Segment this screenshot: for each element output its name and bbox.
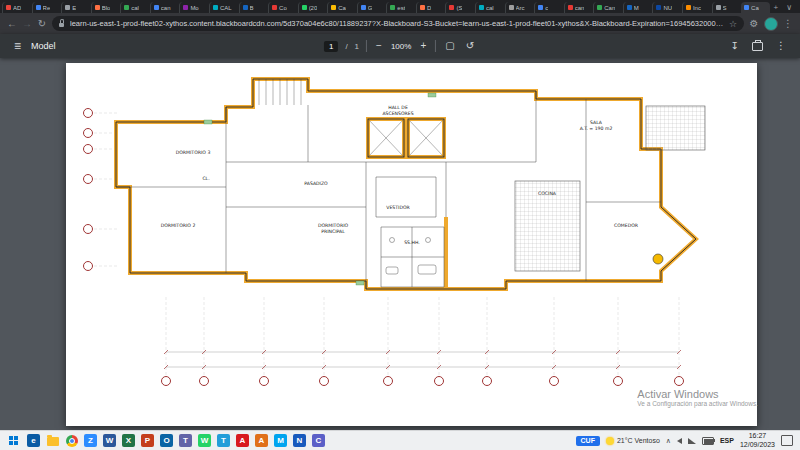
browser-tab[interactable]: G bbox=[357, 2, 387, 13]
browser-tab[interactable]: Re bbox=[32, 2, 62, 13]
browser-tab[interactable]: (20 bbox=[298, 2, 328, 13]
page-number-input[interactable]: 1 bbox=[324, 41, 338, 52]
pdf-more-icon[interactable]: ⋮ bbox=[774, 41, 788, 51]
tray-date: 12/09/2023 bbox=[740, 441, 775, 449]
weather-text: 21°C Ventoso bbox=[617, 437, 660, 444]
browser-tab[interactable]: AD bbox=[2, 2, 32, 13]
row-grid-bubble bbox=[84, 262, 93, 271]
taskbar-app-icon[interactable]: P bbox=[138, 431, 157, 450]
browser-tab[interactable]: can bbox=[150, 2, 180, 13]
browser-tab[interactable]: c bbox=[534, 2, 564, 13]
tab-label: Blo bbox=[102, 5, 111, 11]
taskbar-app-icon[interactable] bbox=[43, 431, 62, 450]
extensions-icon[interactable]: ⚙ bbox=[749, 19, 759, 29]
tab-favicon bbox=[302, 5, 307, 10]
taskbar-app-icon[interactable]: M bbox=[271, 431, 290, 450]
system-tray: CUF 21°C Ventoso ∧ ESP 16:27 12/09/2023 bbox=[576, 432, 798, 449]
app-glyph: e bbox=[27, 434, 40, 447]
taskbar-app-icon[interactable]: O bbox=[157, 431, 176, 450]
floor-plan: DORMITORIO 3CL.DORMITORIO 2PASADIZODORMI… bbox=[76, 67, 742, 407]
fit-page-button[interactable]: ▢ bbox=[443, 41, 456, 51]
browser-tab[interactable]: can bbox=[564, 2, 594, 13]
taskbar-app-icon[interactable]: C bbox=[309, 431, 328, 450]
battery-icon[interactable] bbox=[702, 437, 714, 445]
browser-tab[interactable]: Can bbox=[593, 2, 623, 13]
tiled-areas bbox=[515, 106, 705, 271]
taskbar-app-icon[interactable]: A bbox=[252, 431, 271, 450]
browser-tab[interactable]: S bbox=[712, 2, 742, 13]
zoom-out-button[interactable]: − bbox=[374, 41, 384, 51]
browser-tab[interactable]: NU bbox=[652, 2, 682, 13]
tab-favicon bbox=[390, 5, 395, 10]
divider bbox=[366, 40, 367, 52]
browser-tab[interactable]: Ca bbox=[327, 2, 357, 13]
app-glyph bbox=[66, 435, 78, 447]
profile-avatar[interactable] bbox=[764, 17, 778, 31]
sidebar-toggle-icon[interactable]: ≡ bbox=[12, 40, 23, 52]
room-label: HALL DEASCENSORES bbox=[382, 105, 413, 116]
bookmark-star-icon[interactable]: ☆ bbox=[729, 19, 737, 29]
browser-tab[interactable]: M bbox=[623, 2, 653, 13]
browser-tab[interactable]: B bbox=[239, 2, 269, 13]
network-icon[interactable] bbox=[688, 438, 696, 444]
volume-icon[interactable] bbox=[677, 438, 682, 444]
browser-tab[interactable]: Blo bbox=[91, 2, 121, 13]
tab-label: (S bbox=[456, 5, 462, 11]
rotate-button[interactable]: ↺ bbox=[464, 41, 476, 51]
app-glyph: A bbox=[255, 434, 268, 447]
browser-tab[interactable]: cal bbox=[120, 2, 150, 13]
forward-icon[interactable]: → bbox=[22, 19, 32, 29]
browser-tab[interactable]: D bbox=[416, 2, 446, 13]
browser-tab[interactable]: (S bbox=[445, 2, 475, 13]
back-icon[interactable]: ← bbox=[7, 19, 17, 29]
notifications-icon[interactable] bbox=[781, 435, 793, 446]
pdf-viewport[interactable]: DORMITORIO 3CL.DORMITORIO 2PASADIZODORMI… bbox=[0, 58, 800, 431]
zoom-in-button[interactable]: + bbox=[418, 41, 428, 51]
browser-tab[interactable]: Arc bbox=[505, 2, 535, 13]
row-grid-bubble bbox=[84, 225, 93, 234]
taskbar-app-icon[interactable]: W bbox=[195, 431, 214, 450]
browser-tab[interactable]: Ca bbox=[741, 2, 770, 13]
browser-tab[interactable]: CAL bbox=[209, 2, 239, 13]
room-label: VESTIDOR bbox=[386, 205, 410, 210]
start-button[interactable] bbox=[2, 431, 24, 450]
taskbar-app-icon[interactable]: T bbox=[176, 431, 195, 450]
weather-widget[interactable]: 21°C Ventoso bbox=[606, 437, 660, 445]
browser-tab[interactable]: cal bbox=[475, 2, 505, 13]
taskbar-app-icon[interactable]: X bbox=[119, 431, 138, 450]
tab-label: S bbox=[723, 5, 727, 11]
cuf-badge[interactable]: CUF bbox=[576, 436, 600, 446]
tab-search-chevron-icon[interactable]: ∨ bbox=[782, 2, 796, 13]
url-bar[interactable]: learn-us-east-1-prod-fleet02-xythos.cont… bbox=[52, 16, 744, 31]
row-grid-bubble bbox=[84, 145, 93, 154]
lock-icon bbox=[59, 19, 65, 28]
browser-tab[interactable]: Inc bbox=[682, 2, 712, 13]
room-label: DORMITORIOPRINCIPAL bbox=[318, 223, 349, 234]
download-button[interactable]: ↧ bbox=[729, 41, 741, 51]
tab-favicon bbox=[656, 5, 661, 10]
taskbar-app-icon[interactable]: A bbox=[233, 431, 252, 450]
taskbar-app-icon[interactable]: T bbox=[214, 431, 233, 450]
taskbar-app-icon[interactable] bbox=[62, 431, 81, 450]
tab-favicon bbox=[243, 5, 248, 10]
browser-tab[interactable]: est bbox=[386, 2, 416, 13]
taskbar-app-icon[interactable]: Z bbox=[81, 431, 100, 450]
browser-tab[interactable]: Co bbox=[268, 2, 298, 13]
taskbar-app-icon[interactable]: W bbox=[100, 431, 119, 450]
taskbar-app-icon[interactable]: N bbox=[290, 431, 309, 450]
new-tab-button[interactable]: + bbox=[769, 2, 782, 13]
browser-menu-icon[interactable]: ⋮ bbox=[783, 19, 793, 29]
clock[interactable]: 16:27 12/09/2023 bbox=[740, 432, 775, 449]
tab-favicon bbox=[568, 5, 573, 10]
room-label: COMEDOR bbox=[614, 223, 639, 228]
browser-tab[interactable]: E bbox=[61, 2, 91, 13]
tab-label: Mo bbox=[190, 5, 198, 11]
tab-label: E bbox=[72, 5, 76, 11]
hidden-icons-chevron[interactable]: ∧ bbox=[666, 437, 671, 445]
reload-icon[interactable]: ↻ bbox=[37, 19, 47, 29]
language-indicator[interactable]: ESP bbox=[720, 437, 734, 444]
print-button[interactable] bbox=[752, 42, 763, 51]
column-grid-bubble bbox=[550, 377, 559, 386]
browser-tab[interactable]: Mo bbox=[179, 2, 209, 13]
taskbar-app-icon[interactable]: e bbox=[24, 431, 43, 450]
